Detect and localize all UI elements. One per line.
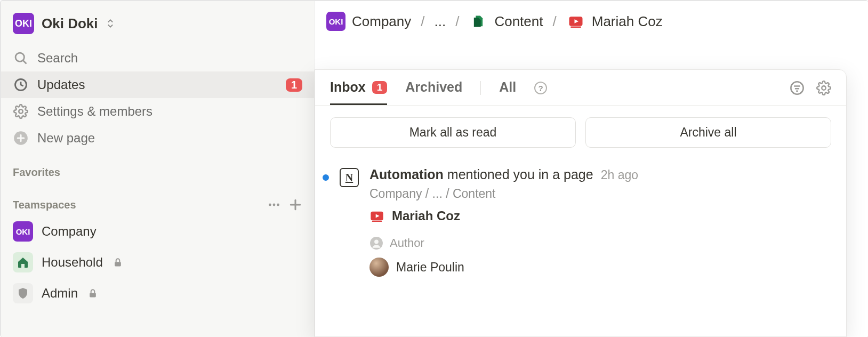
svg-point-0 (15, 53, 24, 61)
breadcrumb-ellipsis[interactable]: ... (435, 13, 446, 30)
help-icon[interactable]: ? (534, 82, 547, 94)
breadcrumb-sep: / (550, 13, 560, 30)
svg-point-3 (19, 109, 22, 113)
breadcrumb-sep: / (417, 13, 428, 30)
notification-time: 2h ago (601, 168, 638, 182)
team-household[interactable]: Household (1, 247, 314, 278)
svg-line-1 (23, 61, 27, 64)
notification-page-link[interactable]: Mariah Coz (369, 208, 831, 223)
panel-buttons: Mark all as read Archive all (315, 106, 846, 159)
favorites-label: Favorites (13, 166, 60, 179)
notification-action: mentioned you in a page (447, 167, 593, 182)
avatar (369, 258, 389, 277)
notification-breadcrumb: Company / ... / Content (369, 187, 831, 201)
teamspaces-section: Teamspaces (1, 183, 314, 216)
team-company-label: Company (42, 224, 97, 239)
unread-dot-icon (323, 174, 329, 181)
sidebar-updates-label: Updates (37, 77, 85, 92)
plus-icon[interactable] (288, 198, 302, 212)
person-icon (369, 236, 383, 250)
favorites-section[interactable]: Favorites (1, 151, 314, 183)
notification-actor: Automation (369, 167, 444, 182)
clock-icon (13, 77, 29, 93)
filter-icon[interactable] (790, 81, 805, 95)
settings-icon[interactable] (816, 81, 831, 95)
team-admin[interactable]: Admin (1, 278, 314, 309)
sidebar: OKI Oki Doki Search Updates 1 Settings &… (1, 1, 315, 337)
more-icon[interactable] (267, 198, 281, 212)
tab-inbox-badge: 1 (372, 81, 388, 94)
shield-icon (13, 283, 33, 303)
sidebar-new-page[interactable]: New page (1, 125, 314, 151)
svg-rect-14 (570, 26, 581, 28)
tab-inbox-label: Inbox (330, 79, 366, 95)
video-icon (566, 12, 585, 31)
updates-badge: 1 (286, 78, 302, 92)
team-company[interactable]: OKI Company (1, 216, 314, 247)
svg-rect-10 (115, 262, 121, 266)
company-logo-icon: OKI (13, 221, 33, 242)
updates-panel: Inbox 1 Archived All ? (315, 69, 847, 337)
svg-point-7 (277, 204, 279, 206)
gear-icon (13, 103, 29, 119)
tab-all-label: All (499, 79, 516, 95)
team-household-label: Household (42, 255, 103, 270)
notification-author: Marie Poulin (369, 258, 831, 277)
svg-point-24 (374, 239, 379, 244)
svg-point-5 (269, 204, 271, 206)
tab-all[interactable]: All (499, 79, 516, 105)
svg-rect-11 (90, 293, 96, 297)
lock-icon (87, 288, 98, 299)
breadcrumb-company[interactable]: Company (352, 13, 411, 30)
lock-icon (112, 257, 123, 268)
notification-body: Automation mentioned you in a page 2h ag… (369, 167, 831, 277)
sidebar-settings[interactable]: Settings & members (1, 98, 314, 125)
files-icon (469, 12, 488, 31)
archive-all-button[interactable]: Archive all (585, 117, 831, 148)
workspace-name: Oki Doki (42, 15, 98, 32)
sidebar-search[interactable]: Search (1, 45, 314, 71)
notification-title: Automation mentioned you in a page 2h ag… (369, 167, 831, 182)
breadcrumb: OKI Company / ... / Content / Mariah Coz (315, 1, 868, 42)
team-admin-label: Admin (42, 286, 78, 301)
breadcrumb-sep: / (452, 13, 462, 30)
breadcrumb-page[interactable]: Mariah Coz (592, 13, 663, 30)
expand-icon (105, 18, 116, 29)
tab-archived-label: Archived (405, 79, 462, 95)
company-logo-icon: OKI (326, 12, 345, 31)
sidebar-new-page-label: New page (37, 131, 95, 146)
teamspaces-label: Teamspaces (13, 199, 76, 211)
updates-tabs: Inbox 1 Archived All ? (315, 70, 846, 106)
workspace-switcher[interactable]: OKI Oki Doki (1, 10, 314, 45)
svg-point-6 (273, 204, 276, 206)
tab-inbox[interactable]: Inbox 1 (330, 79, 387, 105)
sidebar-updates[interactable]: Updates 1 (1, 71, 314, 98)
breadcrumb-content[interactable]: Content (494, 13, 543, 30)
mark-all-read-button[interactable]: Mark all as read (330, 117, 576, 148)
house-icon (13, 252, 33, 272)
notion-icon: N (340, 168, 359, 187)
svg-point-19 (822, 86, 825, 90)
tab-divider (480, 81, 481, 95)
plus-circle-icon (13, 130, 29, 146)
notification-meta: Author (369, 236, 831, 250)
sidebar-search-label: Search (37, 51, 78, 66)
sidebar-settings-label: Settings & members (37, 104, 152, 119)
notification-item[interactable]: N Automation mentioned you in a page 2h … (315, 159, 846, 277)
svg-rect-22 (372, 221, 382, 222)
main-content: OKI Company / ... / Content / Mariah Coz… (315, 1, 868, 337)
notification-page-name: Mariah Coz (392, 208, 460, 223)
notification-author-name: Marie Poulin (396, 260, 464, 275)
notification-meta-label: Author (390, 236, 424, 250)
workspace-logo: OKI (13, 13, 34, 34)
tab-archived[interactable]: Archived (405, 79, 462, 105)
video-icon (369, 208, 384, 223)
search-icon (13, 50, 29, 66)
